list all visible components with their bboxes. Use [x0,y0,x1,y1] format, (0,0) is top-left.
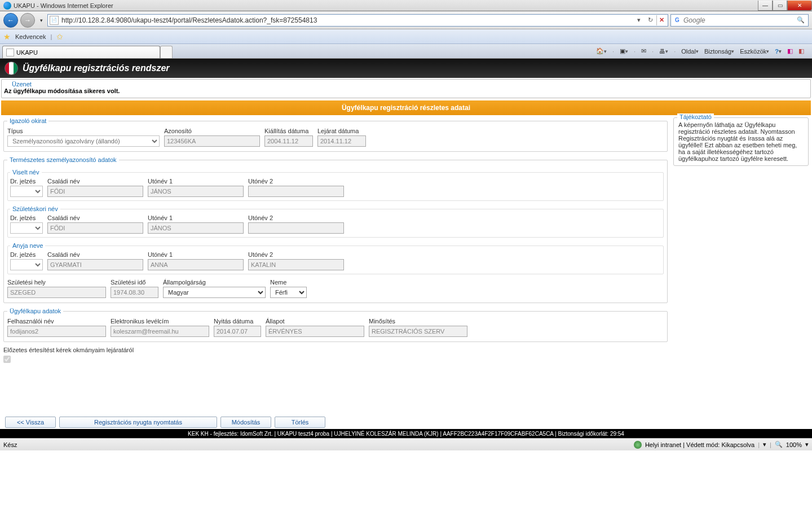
help-panel: Tájékoztató A képernyőn láthatja az Ügyf… [673,117,809,166]
url-input[interactable] [60,16,633,24]
notify-row: Előzetes értesítést kérek okmányaim lejá… [3,347,668,364]
search-icon[interactable]: 🔍 [793,16,808,24]
mail-button[interactable]: ✉ [640,46,647,57]
app-header: Ügyfélkapu regisztrációs rendszer [0,59,812,78]
viselt-dr-select [10,186,43,197]
status-input [266,326,364,337]
help-text: A képernyőn láthatja az Ügyfélkapu regis… [678,121,797,162]
history-dropdown[interactable]: ▾ [37,17,45,23]
back-button[interactable]: ← [3,13,18,28]
azon-input [164,135,260,147]
status-protected-dropdown-icon[interactable]: ▾ [763,441,766,448]
viselt-uto2-input [248,186,344,197]
delete-button[interactable]: Törlés [275,417,325,428]
user-input [7,326,106,337]
favorites-star-icon[interactable]: ★ [3,32,11,41]
fieldset-szemely: Természetes személyazonosító adatok Vise… [3,156,668,303]
search-box[interactable]: G 🔍 [670,14,809,27]
status-ready: Kész [3,441,17,448]
dr-label-1: Dr. jelzés [10,178,43,185]
open-input [214,326,261,337]
dr-label-3: Dr. jelzés [10,251,43,258]
new-tab-button[interactable] [160,46,173,58]
uto2-label-1: Utónév 2 [248,178,344,185]
hely-input [7,287,106,298]
form-main: Igazoló okirat Típus Személyazonosító ig… [3,117,668,429]
anyja-csalad-input [47,259,143,270]
browser-statusbar: Kész Helyi intranet | Védett mód: Kikapc… [0,438,812,450]
zone-icon [634,441,642,449]
uto1-label-2: Utónév 1 [148,214,244,221]
zoom-icon[interactable]: 🔍 [775,441,783,448]
google-icon: G [673,16,682,25]
uto2-label-3: Utónév 2 [248,251,344,258]
tipus-select: Személyazonosító igazolvány (állandó) [7,135,160,147]
uto1-label-3: Utónév 1 [148,251,244,258]
app-footer: KEK KH - fejlesztés: IdomSoft Zrt. | UKA… [0,429,812,438]
button-bar: << Vissza Regisztrációs nyugta nyomtatás… [5,417,666,429]
viselt-csalad-input [47,186,143,197]
add-favorite-icon[interactable]: ✩ [56,32,63,41]
address-bar[interactable]: 📄 ▾ ↻ ✕ [47,14,668,27]
szulet-uto2-input [248,222,344,234]
minimize-button[interactable]: — [758,1,773,11]
lejar-label: Lejárat dátuma [317,128,366,134]
fieldset-anyja: Anyja neve Dr. jelzés Családi név Utónév… [7,242,664,274]
page-menu[interactable]: Oldal [680,46,700,57]
uto2-label-2: Utónév 2 [248,214,344,221]
szulet-csalad-input [47,222,143,234]
fieldset-ukapu: Ügyfélkapu adatok Felhasználói név Elekt… [3,308,668,342]
page-content: Ügyfélkapu regisztrációs rendszer Üzenet… [0,59,812,508]
favorites-label[interactable]: Kedvencek [15,33,46,40]
search-input[interactable] [683,16,793,24]
addon-icon-1[interactable]: ◧ [786,46,794,57]
viselt-uto1-input [148,186,244,197]
maximize-button[interactable]: ▭ [773,1,787,11]
zoom-dropdown-icon[interactable]: ▾ [805,441,809,448]
allam-label: Állampolgárság [163,279,266,286]
modify-button[interactable]: Módosítás [220,417,271,428]
legend-anyja: Anyja neve [10,242,45,249]
print-button[interactable]: 🖶 [658,46,669,57]
forward-button[interactable]: → [20,13,35,28]
tab-icon [6,49,14,56]
tools-menu[interactable]: Eszközök [739,46,770,57]
nem-select[interactable]: Férfi [270,287,307,298]
back-button-form[interactable]: << Vissza [5,417,56,428]
dr-label-2: Dr. jelzés [10,214,43,221]
refresh-icon[interactable]: ↻ [645,15,655,25]
favorites-bar: ★ Kedvencek | ✩ [0,29,812,44]
legend-szemely: Természetes személyazonosító adatok [7,156,119,163]
tipus-label: Típus [7,128,160,134]
stop-icon[interactable]: ✕ [656,15,667,25]
feeds-button[interactable]: ▣ [619,46,629,57]
close-button[interactable]: ✕ [787,1,812,11]
url-dropdown-icon[interactable]: ▾ [634,15,644,25]
zoom-value: 100% [786,441,802,448]
crest-icon [5,62,18,75]
szulet-uto1-input [148,222,244,234]
notify-label: Előzetes értesítést kérek okmányaim lejá… [3,347,668,353]
message-panel: Üzenet Az ügyfélkapu módosítása sikeres … [1,79,811,98]
fieldset-viselt: Viselt név Dr. jelzés Családi név Utónév… [7,169,664,201]
help-button[interactable]: ? [774,46,783,57]
user-label: Felhasználói név [7,318,106,325]
legend-szuletes: Születéskori név [10,205,60,212]
receipt-button[interactable]: Regisztrációs nyugta nyomtatás [59,417,217,428]
open-label: Nyitás dátuma [214,318,261,325]
hely-label: Születési hely [7,279,106,286]
command-bar: 🏠 · ▣ · ✉ · 🖶 · Oldal Biztonság Eszközök… [595,44,810,58]
csalad-label-3: Családi név [47,251,143,258]
legend-viselt: Viselt név [10,169,42,176]
allam-select[interactable]: Magyar [163,287,266,298]
security-menu[interactable]: Biztonság [703,46,735,57]
addon-icon-2[interactable]: ◧ [797,46,805,57]
tab-ukapu[interactable]: UKAPU [2,46,160,58]
kiall-input [264,135,313,147]
help-legend: Tájékoztató [677,113,714,120]
fieldset-szuletes: Születéskori név Dr. jelzés Családi név … [7,205,664,238]
azon-label: Azonosító [164,128,260,134]
home-button[interactable]: 🏠 [595,46,608,57]
window-title: UKAPU - Windows Internet Explorer [14,2,113,9]
app-title: Ügyfélkapu regisztrációs rendszer [23,63,170,73]
